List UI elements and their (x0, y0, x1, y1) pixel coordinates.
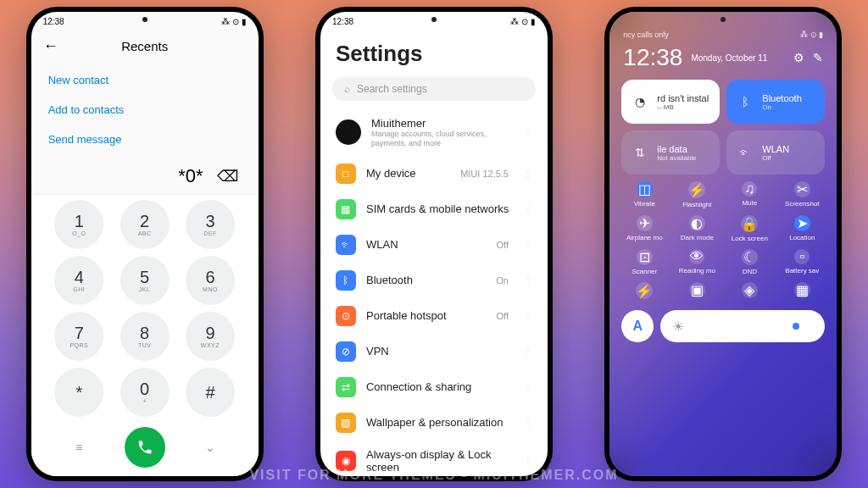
menu-icon[interactable]: ≡ (58, 441, 99, 454)
settings-item-icon: ⇄ (336, 377, 356, 397)
tile-icon: ⊡ (639, 249, 650, 265)
dial-key-6[interactable]: 6MNO (186, 256, 235, 305)
settings-item-value: MIUI 12.5.5 (460, 169, 509, 179)
cc-tile[interactable]: ➤ (794, 215, 810, 231)
header: ← Recents (31, 30, 259, 62)
tile-label: Vibrate (634, 200, 655, 208)
cc-tile-bluetooth[interactable]: ᛒBluetoothOn (726, 80, 825, 124)
cc-tile[interactable]: ✈ (637, 215, 653, 231)
cc-tile[interactable]: ◫ (637, 181, 653, 197)
settings-item[interactable]: ᯤWLANOff⋮ (320, 227, 548, 263)
cc-tile[interactable]: ⊡ (637, 249, 653, 265)
tile-icon: ☾ (743, 249, 755, 265)
tile-icon: ⇅ (630, 146, 650, 159)
settings-list: □My deviceMIUI 12.5.5⋮▦SIM cards & mobil… (320, 156, 548, 476)
settings-item-icon: ⊘ (336, 341, 356, 362)
settings-item-label: Portable hotspot (366, 309, 487, 322)
dial-key-9[interactable]: 9WXYZ (186, 312, 235, 361)
tile-label: Flashlight (682, 201, 711, 208)
cc-tile-ile-data[interactable]: ⇅ile dataNot available (621, 130, 720, 175)
cc-tile[interactable]: ◈ (742, 282, 758, 298)
settings-icon[interactable]: ⚙ (793, 51, 804, 64)
settings-item[interactable]: ⇄Connection & sharing⋮ (320, 369, 548, 405)
search-icon: ⌕ (344, 83, 350, 95)
chevron-icon: ⋮ (524, 456, 532, 465)
cc-tile[interactable]: ▣ (689, 282, 705, 298)
expand-icon[interactable]: ⌄ (190, 441, 231, 454)
phone-control-center: ncy calls only ⁂ ⊙ ▮ 12:38 Monday, Octob… (604, 7, 842, 481)
tile-icon: ᯤ (735, 146, 755, 159)
brightness-slider[interactable]: ☀ (660, 310, 825, 342)
dial-key-7[interactable]: 7PQRS (54, 312, 103, 361)
settings-item[interactable]: ⊙Portable hotspotOff⋮ (320, 298, 548, 334)
tile-icon: ◫ (638, 181, 651, 197)
settings-title: Settings (320, 30, 548, 77)
dial-key-*[interactable]: * (54, 368, 103, 417)
send-message-button[interactable]: Send message (48, 125, 242, 154)
backspace-icon[interactable]: ⌫ (217, 167, 238, 186)
tile-label: Battery sav (785, 267, 819, 274)
dial-key-0[interactable]: 0+ (120, 368, 170, 417)
cc-tile[interactable]: ◐ (689, 215, 705, 231)
dial-key-2[interactable]: 2ABC (120, 200, 170, 249)
cc-tile[interactable]: ⚡ (688, 181, 705, 198)
search-input[interactable]: ⌕ Search settings (332, 77, 536, 101)
new-contact-button[interactable]: New contact (48, 65, 242, 95)
tile-label: Airplane mo (626, 234, 663, 241)
profile-item[interactable]: Miuithemer Manage accounts, cloud servic… (320, 109, 548, 156)
chevron-icon: ⋮ (524, 275, 532, 285)
brightness-icon: ☀ (672, 319, 684, 335)
dial-key-#[interactable]: # (186, 368, 235, 417)
status-time: 12:38 (43, 17, 64, 26)
emergency-text: ncy calls only (623, 30, 669, 39)
status-icons: ⁂ ⊙ ▮ (800, 30, 823, 39)
back-icon[interactable]: ← (43, 37, 58, 55)
cc-tile[interactable]: ✂ (794, 181, 810, 197)
cc-large-tiles: ⇅ile dataNot availableᯤWLANOff (609, 130, 837, 181)
settings-item[interactable]: ⊘VPN⋮ (320, 334, 548, 369)
avatar (336, 119, 361, 145)
dial-key-5[interactable]: 5JKL (120, 256, 170, 305)
dial-key-8[interactable]: 8TUV (120, 312, 170, 361)
cc-tile[interactable]: 👁 (689, 249, 704, 264)
auto-brightness-button[interactable]: A (621, 310, 654, 342)
cc-tile-rd-isn't-instal[interactable]: ◔rd isn't instal-- MB (621, 80, 720, 124)
typed-number: *0* (178, 165, 203, 187)
call-button[interactable] (125, 427, 165, 468)
chevron-icon: ⋮ (524, 347, 532, 356)
phone-dialer: 12:38 ⁂ ⊙ ▮ ← Recents New contact Add to… (26, 7, 264, 481)
cc-tile[interactable]: ♫ (742, 181, 757, 197)
add-to-contacts-button[interactable]: Add to contacts (48, 95, 242, 125)
typed-number-row: *0* ⌫ (31, 158, 259, 194)
cc-tile[interactable]: ▫ (794, 249, 810, 264)
cc-status: ncy calls only ⁂ ⊙ ▮ (609, 30, 837, 39)
tile-icon: ➤ (797, 215, 808, 231)
dial-key-3[interactable]: 3DEF (186, 200, 235, 249)
tile-label: DND (743, 268, 757, 275)
settings-item[interactable]: ▦SIM cards & mobile networks⋮ (320, 191, 548, 227)
tile-label: Dark mode (681, 234, 714, 241)
settings-item[interactable]: ▨Wallpaper & personalization⋮ (320, 405, 548, 441)
tile-label: Mute (742, 199, 757, 207)
cc-tile[interactable]: ⚡ (636, 282, 653, 299)
slider-thumb[interactable] (793, 323, 799, 330)
dial-key-1[interactable]: 1O_O (54, 200, 103, 249)
settings-item[interactable]: □My deviceMIUI 12.5.5⋮ (320, 156, 548, 191)
cc-bottom-row: A ☀ (609, 302, 837, 342)
tile-label: WLAN (762, 144, 789, 154)
cc-tile[interactable]: 🔒 (741, 215, 758, 232)
cc-tile[interactable]: ▦ (794, 282, 810, 298)
tile-icon: ⚡ (636, 283, 653, 299)
tile-label: Bluetooth (762, 93, 801, 103)
settings-item-label: VPN (366, 345, 514, 358)
tile-status: Off (762, 154, 789, 162)
edit-icon[interactable]: ✎ (813, 51, 823, 64)
cc-tile[interactable]: ☾ (742, 249, 758, 265)
tile-icon: ◔ (630, 95, 650, 108)
tile-status: Not available (657, 154, 696, 162)
chevron-icon: ⋮ (524, 240, 532, 249)
cc-tile-wlan[interactable]: ᯤWLANOff (726, 130, 825, 175)
settings-item[interactable]: ᛒBluetoothOn⋮ (320, 263, 548, 298)
dial-key-4[interactable]: 4GHI (54, 256, 103, 305)
tile-label: ile data (657, 144, 696, 154)
